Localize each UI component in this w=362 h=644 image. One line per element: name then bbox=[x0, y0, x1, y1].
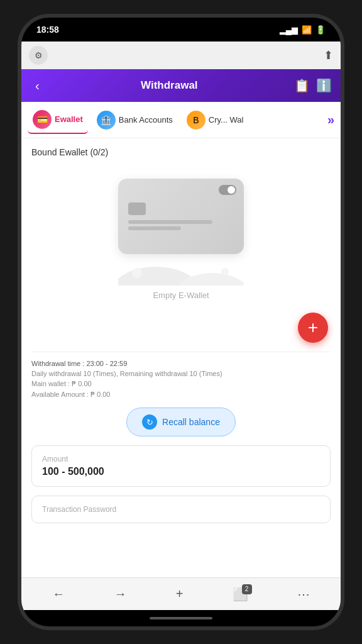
status-time: 18:58 bbox=[36, 25, 59, 35]
info-icon[interactable]: ℹ️ bbox=[316, 78, 332, 93]
tab-ewallet[interactable]: 💳 Ewallet bbox=[28, 106, 88, 134]
home-line bbox=[150, 617, 212, 619]
tab-count-badge: 2 bbox=[242, 584, 252, 594]
nav-tab-count-button[interactable]: ⬜ 2 bbox=[224, 582, 257, 607]
home-indicator bbox=[21, 610, 341, 626]
card-line-2 bbox=[128, 226, 181, 230]
tab-bar: 💳 Ewallet 🏦 Bank Accounts B Cry... Wal » bbox=[21, 102, 341, 138]
wifi-icon: 📶 bbox=[302, 25, 312, 35]
empty-label: Empty E-Wallet bbox=[153, 291, 209, 300]
app-content: ‹ Withdrawal 📋 ℹ️ 💳 Ewallet 🏦 Bank Accou… bbox=[21, 69, 341, 610]
ewallet-tab-icon: 💳 bbox=[33, 110, 52, 129]
decorative-hills bbox=[118, 254, 244, 286]
card-line-1 bbox=[128, 220, 212, 224]
withdrawal-time-label: Withdrawal time : bbox=[31, 360, 84, 367]
nav-back-button[interactable]: ← bbox=[43, 582, 74, 606]
bank-tab-label: Bank Accounts bbox=[119, 115, 173, 125]
nav-menu-button[interactable]: ⋯ bbox=[288, 582, 319, 607]
nav-icons: 📋 ℹ️ bbox=[294, 78, 332, 93]
svg-point-2 bbox=[132, 268, 142, 278]
tab-more-button[interactable]: » bbox=[327, 113, 334, 127]
add-icon[interactable]: 📋 bbox=[294, 78, 310, 93]
recall-label: Recall balance bbox=[162, 417, 220, 427]
daily-withdrawal-row: Daily withdrawal 10 (Times), Remaining w… bbox=[31, 370, 331, 377]
add-ewallet-button[interactable]: + bbox=[298, 313, 328, 343]
amount-value: 100 - 500,000 bbox=[42, 466, 320, 477]
amount-label: Amount bbox=[42, 455, 320, 464]
card-visual bbox=[118, 179, 244, 254]
withdrawal-time-value: 23:00 - 22:59 bbox=[86, 360, 127, 367]
status-bar: 18:58 ▂▄▆ 📶 🔋 bbox=[21, 18, 341, 42]
browser-options-icon[interactable]: ⚙ bbox=[29, 46, 48, 65]
nav-new-tab-button[interactable]: + bbox=[167, 582, 192, 606]
status-icons: ▂▄▆ 📶 🔋 bbox=[280, 25, 326, 35]
crypto-tab-label: Cry... Wal bbox=[209, 115, 244, 125]
transaction-password-label: Transaction Password bbox=[42, 505, 320, 514]
info-section: Withdrawal time : 23:00 - 22:59 Daily wi… bbox=[31, 352, 331, 399]
section-title: Bound Ewallet (0/2) bbox=[31, 147, 331, 157]
recall-balance-button[interactable]: ↻ Recall balance bbox=[126, 408, 236, 436]
transaction-password-card[interactable]: Transaction Password bbox=[31, 496, 331, 523]
ewallet-tab-label: Ewallet bbox=[55, 114, 83, 124]
fab-container: + bbox=[31, 313, 328, 343]
card-lines bbox=[128, 220, 234, 230]
card-toggle bbox=[219, 185, 236, 195]
bottom-nav: ← → + ⬜ 2 ⋯ bbox=[21, 577, 341, 610]
bank-tab-icon: 🏦 bbox=[97, 111, 116, 130]
tab-bank-accounts[interactable]: 🏦 Bank Accounts bbox=[92, 107, 178, 133]
nav-forward-button[interactable]: → bbox=[105, 582, 135, 606]
empty-card-area: Empty E-Wallet bbox=[31, 166, 331, 306]
browser-bar: ⚙ ⬆ bbox=[21, 42, 341, 69]
battery-icon: 🔋 bbox=[315, 25, 326, 35]
back-button[interactable]: ‹ bbox=[30, 76, 45, 96]
tab-crypto[interactable]: B Cry... Wal bbox=[182, 107, 249, 133]
available-amount-row: Available Amount : ₱ 0.00 bbox=[31, 391, 331, 399]
card-chip bbox=[128, 203, 146, 215]
browser-share-icon[interactable]: ⬆ bbox=[324, 48, 333, 62]
main-wallet-row: Main wallet : ₱ 0.00 bbox=[31, 380, 331, 388]
main-area: Bound Ewallet (0/2) bbox=[21, 138, 341, 577]
svg-point-3 bbox=[221, 268, 229, 275]
crypto-tab-icon: B bbox=[187, 111, 206, 130]
top-nav: ‹ Withdrawal 📋 ℹ️ bbox=[21, 69, 341, 102]
recall-icon: ↻ bbox=[142, 414, 157, 430]
signal-icon: ▂▄▆ bbox=[280, 25, 298, 35]
page-title: Withdrawal bbox=[45, 79, 294, 92]
withdrawal-time-row: Withdrawal time : 23:00 - 22:59 bbox=[31, 360, 331, 367]
amount-card[interactable]: Amount 100 - 500,000 bbox=[31, 445, 331, 487]
